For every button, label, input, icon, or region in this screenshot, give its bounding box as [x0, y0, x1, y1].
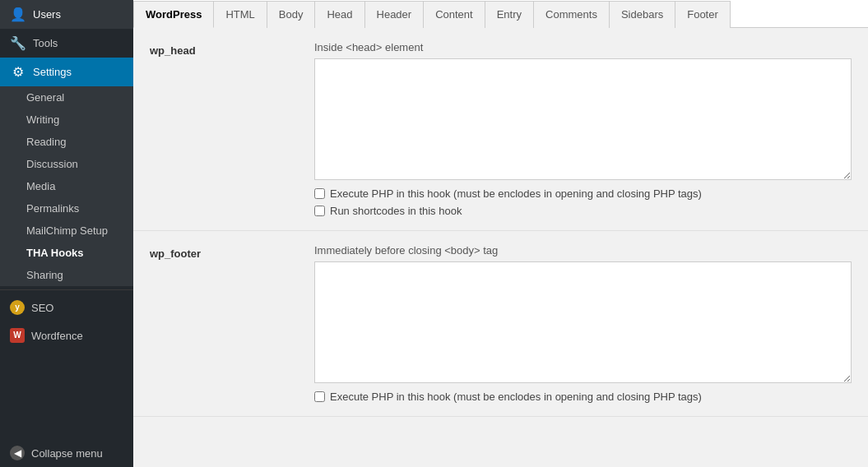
submenu-item-mailchimp[interactable]: MailChimp Setup: [0, 220, 133, 242]
sidebar-item-label: Tools: [33, 37, 58, 49]
seo-icon: y: [10, 300, 25, 315]
submenu-item-discussion[interactable]: Discussion: [0, 153, 133, 175]
wordfence-icon: W: [10, 328, 25, 343]
hook-section-wp-head: wp_head Inside <head> element Execute PH…: [133, 28, 868, 231]
tools-icon: 🔧: [10, 35, 26, 51]
sidebar: 👤 Users 🔧 Tools ⚙ Settings General Writi…: [0, 0, 133, 467]
hook-controls-wp-footer: Immediately before closing <body> tag Ex…: [314, 244, 852, 403]
checkbox-php2[interactable]: [314, 391, 325, 402]
submenu-item-media[interactable]: Media: [0, 175, 133, 197]
hook-desc-wp-head: Inside <head> element: [314, 41, 852, 53]
content-area: wp_head Inside <head> element Execute PH…: [133, 28, 868, 467]
tab-comments[interactable]: Comments: [533, 1, 610, 28]
sidebar-item-users[interactable]: 👤 Users: [0, 0, 133, 29]
collapse-icon: ◀: [10, 446, 25, 460]
sidebar-item-settings[interactable]: ⚙ Settings: [0, 58, 133, 86]
tab-bar: WordPress HTML Body Head Header Content …: [133, 0, 868, 28]
checkbox-label-shortcodes1: Run shortcodes in this hook: [330, 205, 462, 217]
checkbox-row-php1: Execute PHP in this hook (must be enclod…: [314, 187, 852, 200]
submenu-item-tha-hooks[interactable]: THA Hooks: [0, 242, 133, 264]
tab-head[interactable]: Head: [314, 1, 364, 28]
sidebar-divider: [0, 289, 133, 290]
tab-wordpress[interactable]: WordPress: [133, 1, 214, 28]
submenu-item-writing[interactable]: Writing: [0, 109, 133, 131]
checkbox-shortcodes1[interactable]: [314, 206, 325, 216]
submenu-item-sharing[interactable]: Sharing: [0, 264, 133, 286]
users-icon: 👤: [10, 7, 26, 22]
hook-label-wp-head: wp_head: [150, 41, 314, 217]
tab-footer[interactable]: Footer: [675, 1, 731, 28]
tab-sidebars[interactable]: Sidebars: [609, 1, 675, 28]
sidebar-item-seo[interactable]: y SEO: [0, 294, 133, 321]
settings-icon: ⚙: [10, 64, 26, 80]
sidebar-plugin-label: Wordfence: [31, 330, 83, 342]
sidebar-item-wordfence[interactable]: W Wordfence: [0, 321, 133, 349]
checkbox-label-php1: Execute PHP in this hook (must be enclod…: [330, 187, 702, 200]
tab-content[interactable]: Content: [423, 1, 485, 28]
settings-submenu: General Writing Reading Discussion Media…: [0, 86, 133, 286]
hook-textarea-wp-head[interactable]: [314, 58, 852, 180]
hook-controls-wp-head: Inside <head> element Execute PHP in thi…: [314, 41, 852, 217]
tab-body[interactable]: Body: [267, 1, 316, 28]
sidebar-item-label: Settings: [33, 66, 72, 78]
hook-label-wp-footer: wp_footer: [150, 244, 314, 403]
checkbox-row-shortcodes1: Run shortcodes in this hook: [314, 205, 852, 217]
collapse-menu-button[interactable]: ◀ Collapse menu: [0, 439, 133, 467]
sidebar-item-label: Users: [33, 8, 61, 21]
hook-section-wp-footer: wp_footer Immediately before closing <bo…: [133, 231, 868, 417]
hook-desc-wp-footer: Immediately before closing <body> tag: [314, 244, 852, 257]
sidebar-plugin-label: SEO: [31, 302, 53, 314]
submenu-item-general[interactable]: General: [0, 86, 133, 109]
main-panel: WordPress HTML Body Head Header Content …: [133, 0, 868, 467]
tab-entry[interactable]: Entry: [485, 1, 534, 28]
checkbox-label-php2: Execute PHP in this hook (must be enclod…: [330, 391, 702, 403]
hook-textarea-wp-footer[interactable]: [314, 261, 852, 383]
checkbox-php1[interactable]: [314, 188, 325, 199]
collapse-label: Collapse menu: [31, 447, 103, 460]
tab-header[interactable]: Header: [364, 1, 425, 28]
submenu-item-reading[interactable]: Reading: [0, 131, 133, 153]
submenu-item-permalinks[interactable]: Permalinks: [0, 197, 133, 220]
tab-html[interactable]: HTML: [213, 1, 267, 28]
checkbox-row-php2: Execute PHP in this hook (must be enclod…: [314, 391, 852, 403]
sidebar-item-tools[interactable]: 🔧 Tools: [0, 29, 133, 58]
